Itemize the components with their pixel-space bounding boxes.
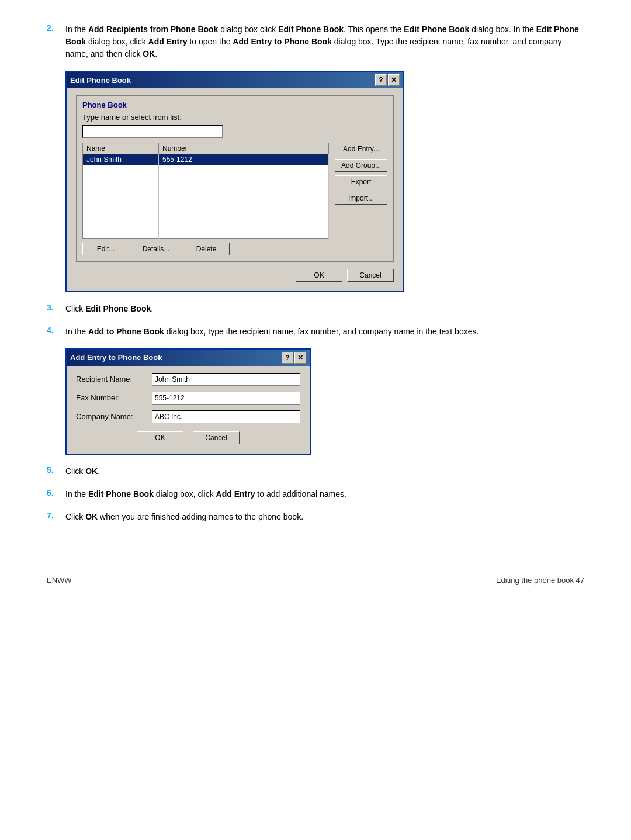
table-row-empty-1: [83, 165, 329, 175]
import-button[interactable]: Import...: [335, 192, 387, 205]
search-input[interactable]: [82, 125, 223, 138]
table-row-empty-5: [83, 207, 329, 217]
edit-button[interactable]: Edit...: [82, 243, 129, 255]
row-number: 555-1212: [159, 154, 329, 165]
step-2: 2. In the Add Recipients from Phone Book…: [47, 23, 584, 60]
edit-phone-book-footer: OK Cancel: [76, 269, 394, 282]
add-entry-help-button[interactable]: ?: [282, 352, 293, 364]
recipient-input[interactable]: [152, 373, 300, 386]
delete-button[interactable]: Delete: [183, 243, 230, 255]
bottom-row-buttons: Edit... Details... Delete: [82, 243, 329, 255]
step-4: 4. In the Add to Phone Book dialog box, …: [47, 326, 584, 338]
company-input[interactable]: [152, 410, 300, 423]
step-4-number: 4.: [47, 326, 63, 335]
table-row-empty-6: [83, 217, 329, 228]
step-5-text: Click OK.: [65, 465, 584, 478]
step-2-text: In the Add Recipients from Phone Book di…: [65, 23, 584, 60]
phonebook-list-container: Name Number John Smith 555-1212: [82, 143, 329, 255]
table-row-empty-3: [83, 186, 329, 196]
phonebook-action-buttons: Add Entry... Add Group... Export Import.…: [335, 143, 387, 205]
phonebook-layout: Name Number John Smith 555-1212: [82, 143, 387, 255]
company-label: Company Name:: [76, 412, 152, 421]
step-7-number: 7.: [47, 511, 63, 520]
step-6: 6. In the Edit Phone Book dialog box, cl…: [47, 488, 584, 500]
edit-phone-book-title: Edit Phone Book: [70, 76, 131, 85]
add-entry-footer: OK Cancel: [76, 431, 300, 444]
company-name-row: Company Name:: [76, 410, 300, 423]
phone-book-group-label: Phone Book: [82, 101, 387, 109]
recipient-name-row: Recipient Name:: [76, 373, 300, 386]
add-entry-ok-button[interactable]: OK: [137, 431, 183, 444]
add-entry-dialog: Add Entry to Phone Book ? ✕ Recipient Na…: [65, 348, 311, 455]
phonebook-table: Name Number John Smith 555-1212: [82, 143, 329, 239]
edit-dialog-cancel-button[interactable]: Cancel: [347, 269, 394, 282]
step-6-text: In the Edit Phone Book dialog box, click…: [65, 488, 584, 500]
step-3-text: Click Edit Phone Book.: [65, 303, 584, 315]
add-entry-dialog-wrapper: Add Entry to Phone Book ? ✕ Recipient Na…: [65, 348, 584, 455]
step-2-number: 2.: [47, 23, 63, 33]
export-button[interactable]: Export: [335, 175, 387, 188]
step-5-number: 5.: [47, 465, 63, 475]
step-6-number: 6.: [47, 488, 63, 497]
table-row-empty-4: [83, 196, 329, 207]
table-row-empty-7: [83, 228, 329, 238]
col-name-header: Name: [83, 143, 159, 154]
edit-phone-book-body: Phone Book Type name or select from list…: [67, 88, 403, 291]
add-entry-titlebar: Add Entry to Phone Book ? ✕: [67, 350, 310, 366]
titlebar-buttons: ? ✕: [375, 74, 400, 86]
col-number-header: Number: [159, 143, 329, 154]
add-entry-close-button[interactable]: ✕: [294, 352, 306, 364]
edit-phone-book-titlebar: Edit Phone Book ? ✕: [67, 72, 403, 88]
add-entry-title: Add Entry to Phone Book: [70, 353, 162, 362]
table-row[interactable]: John Smith 555-1212: [83, 154, 329, 165]
add-entry-body: Recipient Name: Fax Number: Company Name…: [67, 366, 310, 454]
step-5: 5. Click OK.: [47, 465, 584, 478]
edit-phone-book-dialog: Edit Phone Book ? ✕ Phone Book Type name…: [65, 71, 404, 292]
form-fields: Recipient Name: Fax Number: Company Name…: [76, 373, 300, 423]
table-row-empty-2: [83, 175, 329, 186]
step-3: 3. Click Edit Phone Book.: [47, 303, 584, 315]
fax-label: Fax Number:: [76, 393, 152, 402]
recipient-label: Recipient Name:: [76, 375, 152, 383]
phone-book-group: Phone Book Type name or select from list…: [76, 95, 394, 262]
fax-number-row: Fax Number:: [76, 392, 300, 405]
add-entry-cancel-button[interactable]: Cancel: [193, 431, 240, 444]
step-7: 7. Click OK when you are finished adding…: [47, 511, 584, 523]
edit-phone-book-dialog-wrapper: Edit Phone Book ? ✕ Phone Book Type name…: [65, 71, 584, 292]
edit-dialog-ok-button[interactable]: OK: [296, 269, 342, 282]
details-button[interactable]: Details...: [133, 243, 179, 255]
content-area: 2. In the Add Recipients from Phone Book…: [47, 23, 584, 585]
close-button[interactable]: ✕: [388, 74, 400, 86]
step-7-text: Click OK when you are finished adding na…: [65, 511, 584, 523]
search-sublabel: Type name or select from list:: [82, 113, 387, 122]
table-header-row: Name Number: [83, 143, 329, 154]
row-name: John Smith: [83, 154, 159, 165]
fax-input[interactable]: [152, 392, 300, 405]
footer-right-text: Editing the phone book 47: [496, 576, 584, 585]
step-4-text: In the Add to Phone Book dialog box, typ…: [65, 326, 584, 338]
add-entry-button[interactable]: Add Entry...: [335, 143, 387, 155]
add-entry-titlebar-buttons: ? ✕: [282, 352, 306, 364]
help-button[interactable]: ?: [375, 74, 387, 86]
step-3-number: 3.: [47, 303, 63, 312]
page-footer: ENWW Editing the phone book 47: [47, 570, 584, 585]
add-group-button[interactable]: Add Group...: [335, 159, 387, 172]
footer-left-text: ENWW: [47, 576, 72, 585]
